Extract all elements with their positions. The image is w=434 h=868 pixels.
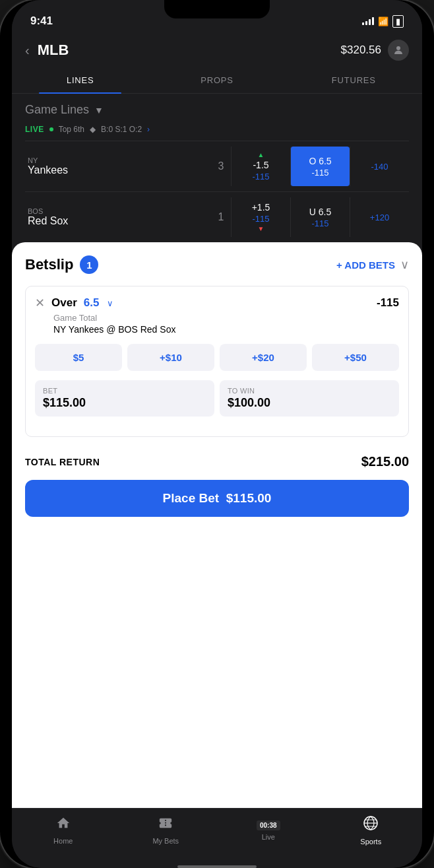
game-inning: Top 6th [59,125,84,134]
yankees-spread-odds: -115 [252,172,269,182]
redsox-total-cell[interactable]: U 6.5 -115 [290,197,350,237]
redsox-total-label: U 6.5 [309,207,331,217]
diamond-icon: ◆ [90,125,96,134]
team-score-yankees: 3 [211,160,231,172]
nav-sports[interactable]: Sports [320,815,423,846]
bottom-navigation: Home My Bets 00:38 Live [12,808,422,861]
team-score-redsox: 1 [211,211,231,223]
tab-lines[interactable]: LINES [12,69,148,93]
nav-home[interactable]: Home [12,816,115,845]
bet-line-dropdown-icon[interactable]: ∨ [107,298,113,308]
sports-icon [363,815,379,835]
bet-line-value: 6.5 [84,296,100,310]
status-time: 9:41 [30,15,53,28]
game-section: Game Lines ▼ LIVE Top 6th ◆ B:0 S:1 O:2 … [12,94,422,242]
live-time-badge: 00:38 [257,820,280,830]
yankees-total-cell[interactable]: O 6.5 -115 [290,147,350,186]
bet-win-row: BET $115.00 TO WIN $100.00 [35,380,399,417]
team-name-redsox: Red Sox [28,215,208,227]
yankees-total-label: O 6.5 [309,156,331,166]
betslip-count-badge: 1 [80,255,98,274]
back-button[interactable]: ‹ [25,43,30,58]
game-lines-header: Game Lines ▼ [25,103,409,117]
bet-price: -115 [377,296,399,310]
total-return-row: TOTAL RETURN $215.00 [25,448,409,480]
header-right: $320.56 [341,40,409,61]
table-row: BOS Red Sox 1 +1.5 -115 ▼ U 6.5 [25,191,409,242]
bet-amount-value: $115.00 [43,396,206,410]
redsox-total-odds: -115 [311,218,328,228]
tab-futures[interactable]: FUTURES [286,69,422,93]
betslip-header: Betslip 1 + ADD BETS ∨ [25,255,409,274]
bet-amount-field[interactable]: BET $115.00 [35,380,214,417]
team-info-redsox: BOS Red Sox [25,207,211,227]
game-lines-title: Game Lines [25,103,89,117]
signal-icon [362,17,374,25]
yankees-moneyline: -140 [371,162,388,172]
redsox-spread-odds: -115 [252,214,269,224]
redsox-spread-value: +1.5 [252,202,270,213]
top-section: ‹ MLB $320.56 LINES [12,33,422,242]
tab-props[interactable]: PROPS [148,69,285,93]
yankees-spread-cell[interactable]: ▲ -1.5 -115 [231,147,290,186]
bet-item-header: ✕ Over 6.5 ∨ -115 [35,296,399,310]
team-abbr-bos: BOS [28,207,208,215]
bet-field-label: BET [43,387,206,395]
add-bets-button[interactable]: + ADD BETS [336,259,395,271]
home-icon [56,816,71,834]
nav-sports-label: Sports [360,838,381,846]
quick-add-50[interactable]: +$50 [312,344,399,371]
team-name-yankees: Yankees [28,164,208,176]
notch [164,0,270,18]
place-bet-button[interactable]: Place Bet $115.00 [25,480,409,517]
redsox-moneyline-cell[interactable]: +120 [350,197,409,237]
betslip-header-right: + ADD BETS ∨ [336,257,409,272]
nav-live-label: Live [262,833,275,841]
bet-subtitle: Game Total [35,313,399,323]
header-left: ‹ MLB [25,42,69,59]
bet-type-label: Over [51,296,77,310]
betslip-collapse-button[interactable]: ∨ [400,257,409,272]
win-amount-field: TO WIN $100.00 [220,380,399,417]
quick-add-20[interactable]: +$20 [220,344,307,371]
quick-add-5[interactable]: $5 [35,344,122,371]
betslip-title: Betslip [25,256,73,273]
lines-table: NY Yankees 3 ▲ -1.5 -115 O 6.5 [25,141,409,242]
svg-point-0 [396,46,400,50]
game-detail-arrow[interactable]: › [147,125,150,134]
phone-frame: 9:41 📶 ▮ ‹ MLB [0,0,434,868]
quick-add-buttons: $5 +$10 +$20 +$50 [35,344,399,371]
bet-item: ✕ Over 6.5 ∨ -115 Game Total NY Yankees … [25,286,409,437]
total-return-label: TOTAL RETURN [25,457,100,467]
bet-matchup: NY Yankees @ BOS Red Sox [35,324,399,335]
live-dot-icon [49,127,53,131]
live-row: LIVE Top 6th ◆ B:0 S:1 O:2 › [25,125,409,134]
remove-bet-button[interactable]: ✕ [35,296,45,310]
home-indicator [177,865,257,868]
yankees-total-odds: -115 [311,168,328,178]
live-badge: LIVE [25,125,44,134]
game-count: B:0 S:1 O:2 [101,125,142,134]
team-info-yankees: NY Yankees [25,156,211,176]
phone-screen: 9:41 📶 ▮ ‹ MLB [12,0,422,868]
table-row: NY Yankees 3 ▲ -1.5 -115 O 6.5 [25,141,409,191]
quick-add-10[interactable]: +$10 [127,344,214,371]
nav-my-bets-label: My Bets [152,837,179,845]
yankees-moneyline-cell[interactable]: -140 [350,147,409,186]
redsox-spread-cell[interactable]: +1.5 -115 ▼ [231,197,290,237]
yankees-spread-value: -1.5 [253,160,268,170]
tabs-bar: LINES PROPS FUTURES [12,69,422,94]
account-balance: $320.56 [341,44,381,57]
ticket-icon [158,816,173,834]
wifi-icon: 📶 [378,17,388,26]
nav-live[interactable]: 00:38 Live [217,820,320,841]
game-lines-dropdown-icon[interactable]: ▼ [94,105,104,116]
nav-my-bets[interactable]: My Bets [115,816,218,845]
bottom-section: Betslip 1 + ADD BETS ∨ ✕ [12,242,422,868]
team-abbr-ny: NY [28,156,208,164]
betslip-header-left: Betslip 1 [25,255,98,274]
win-amount-value: $100.00 [228,396,391,410]
bet-item-left: ✕ Over 6.5 ∨ [35,296,113,310]
avatar[interactable] [388,40,409,61]
win-field-label: TO WIN [228,387,391,395]
